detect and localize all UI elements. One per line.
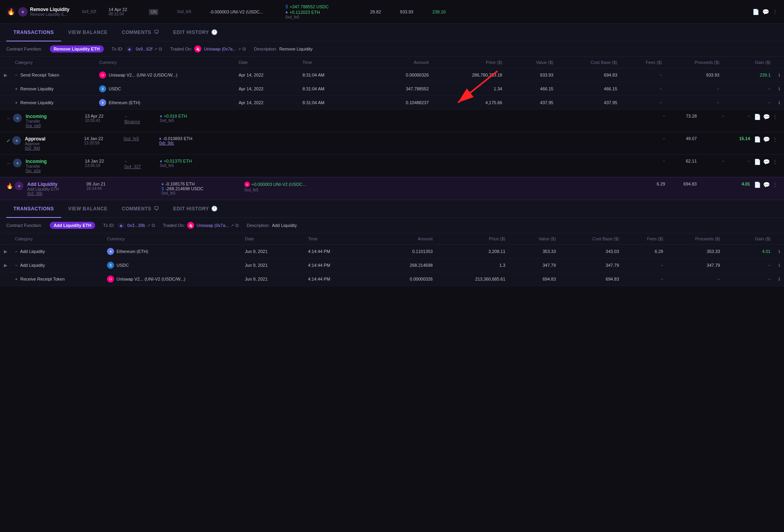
doc-icon-2[interactable]: 📄 [754,159,761,165]
list-sub-2: Transfer [26,164,81,169]
add-liquidity-row[interactable]: 🔥 ◈ Add Liquidity Add Liquidity ETH 0x3_… [0,177,784,200]
list-row-incoming-1[interactable]: ← ◈ Incoming Transfer 0xa_ea9 13 Apr 22 … [0,110,784,132]
list-cost-2: 62.11 [669,159,697,163]
chat-icon-approval[interactable]: 💬 [763,136,770,142]
th-amount-1: Amount [362,57,433,68]
top-tx-sublabel: Remove Liquidity E... [30,12,69,17]
list-sub-1: Transfer [26,119,81,124]
comment-icon[interactable]: 💬 [762,9,769,15]
th-date-2: Date [241,233,304,245]
more-icon[interactable]: ⋮ [772,9,778,15]
list-row-approval[interactable]: ✓ ◈ Approval Approve 0x0_9dd 14 Jan 22 1… [0,132,784,155]
th-date-1: Date [234,57,298,68]
traded-ext-icon-2[interactable]: ↗ [231,223,234,228]
top-tx-proceeds: 239.10 [418,9,446,14]
expand-icon[interactable]: ▶ [4,249,7,254]
traded-copy-icon-2[interactable]: ⧉ [235,223,239,228]
doc-icon-addliq[interactable]: 📄 [754,182,761,188]
th-fees-2: Fees ($) [623,233,667,245]
traded-on-value-1: Uniswap (0x7a... ↗ ⧉ [204,46,246,52]
chat-icon-2[interactable]: 💬 [763,159,770,165]
more-icon-2[interactable]: ⋮ [772,159,778,165]
chat-icon-1[interactable]: 💬 [763,114,770,120]
tx-copy-icon-1[interactable]: ⧉ [159,46,162,52]
contract-function-value-2: Add Liquidity ETH [50,222,95,229]
tab-edit-history-2[interactable]: EDIT HISTORY 🕐 [166,200,225,218]
list-from-approval: 0xd_fe5 [124,136,155,141]
tx-ext-icon-1[interactable]: ↗ [154,47,157,51]
tab-comments-2[interactable]: COMMENTS 🗨 [114,200,166,218]
list-date-approval: 14 Jan 22 13:20:59 [84,136,120,145]
add-liq-actions: 📄 💬 ⋮ [754,182,778,188]
section1-table: Category Currency Date Time Amount Price… [0,57,784,110]
tab-transactions-2[interactable]: TRANSACTIONS [6,200,61,218]
doc-icon-1[interactable]: 📄 [754,114,761,120]
info-icon[interactable]: ℹ [778,86,780,91]
chat-icon-addliq[interactable]: 💬 [763,182,770,188]
more-icon-approval[interactable]: ⋮ [772,136,778,142]
list-row-icon-area-2: ← ◈ [6,159,22,167]
info-icon[interactable]: ℹ [778,249,780,254]
list-date-2: 14 Jan 22 13:05:19 [85,159,120,168]
table-row: + Receive Receipt Token U Uniswap V2... … [0,272,784,286]
list-proceeds-1: − [701,114,724,118]
tx-id-value-2: 0x3...39b ↗ ⧉ [128,223,155,228]
list-addr-1[interactable]: 0xa_ea9 [26,124,81,128]
info-icon[interactable]: ℹ [778,277,780,281]
add-liq-tokens: ♦ -0.108176 ETH $ -268.214698 USDC 0xd_f… [161,182,240,195]
list-from-1: − Binance [124,114,156,124]
th-expand-1 [0,57,11,68]
more-icon-addliq[interactable]: ⋮ [772,182,778,188]
more-icon-1[interactable]: ⋮ [772,114,778,120]
list-actions-approval: 📄 💬 ⋮ [754,136,778,142]
add-liq-addr[interactable]: 0x3_39b [27,191,83,196]
top-tx-from: UN [149,9,173,15]
list-row-incoming-2[interactable]: ← ◈ Incoming Transfer 0xc_a2a 14 Jan 22 … [0,155,784,177]
tab-transactions-1[interactable]: TRANSACTIONS [6,24,61,41]
top-tx-value: 29.82 [361,9,381,14]
description-label-1: Description: [254,47,277,51]
doc-icon-approval[interactable]: 📄 [754,136,761,142]
contract-function-label-2: Contract Function: [6,223,42,228]
list-info-2: Incoming Transfer 0xc_a2a [26,159,81,173]
tab-view-balance-1[interactable]: VIEW BALANCE [61,24,115,41]
tab-comments-1[interactable]: COMMENTS 🗨 [114,24,166,41]
tx-ext-icon-2[interactable]: ↗ [147,223,150,228]
tx-icon-1: ◈ [126,46,133,52]
usdc-icon-addliq: $ [161,186,164,191]
list-from-2: − 0x4_327 [124,159,156,169]
info-icon[interactable]: ℹ [778,73,780,77]
avatar-icon: ◈ [18,7,28,17]
traded-on-label-2: Traded On: [163,223,185,228]
top-tx-from-addr: 0xd_fe5 [177,9,205,14]
list-actions-1: 📄 💬 ⋮ [754,114,778,120]
info-icon[interactable]: ℹ [778,263,780,268]
eth-token-icon-2: ♦ [160,159,162,163]
description-label-2: Description: [247,223,270,228]
traded-copy-icon-1[interactable]: ⧉ [242,46,246,52]
contract-function-label-1: Contract Function: [6,47,42,51]
traded-ext-icon-1[interactable]: ↗ [238,47,241,51]
expand-icon[interactable]: ▶ [4,263,7,268]
add-liq-date: 09 Jun 21 16:14:44 [86,182,122,191]
expand-icon[interactable]: ▶ [4,73,7,77]
list-addr-approval[interactable]: 0x0_9dd [25,146,80,150]
un-badge: UN [149,9,158,15]
th-proceeds-2: Proceeds ($) [667,233,724,245]
list-tokens-2: ♦ +0.01375 ETH 0xd_fe5 [160,159,239,168]
tx-id-value-1: 0x9...62f ↗ ⧉ [136,46,162,52]
th-time-2: Time [304,233,367,245]
document-icon[interactable]: 📄 [752,9,759,15]
tx-copy-icon-2[interactable]: ⧉ [152,223,155,228]
tx-icon-2: ◈ [117,223,125,229]
top-tx-received2: ♦ +0.112023 ETH [285,9,356,15]
info-icon[interactable]: ℹ [778,100,780,105]
tab-view-balance-2[interactable]: VIEW BALANCE [61,200,115,218]
list-addr-2[interactable]: 0xc_a2a [26,169,81,173]
fire-icon-addliq: 🔥 [6,183,13,189]
tab-edit-history-1[interactable]: EDIT HISTORY 🕐 [166,24,225,41]
section1-contract-bar: Contract Function: Remove Liquidity ETH … [0,41,784,57]
th-costbase-2: Cost Base ($) [560,233,623,245]
top-tx-actions: 📄 💬 ⋮ [752,9,778,15]
top-tx-address: 0x9_62f [82,9,104,14]
